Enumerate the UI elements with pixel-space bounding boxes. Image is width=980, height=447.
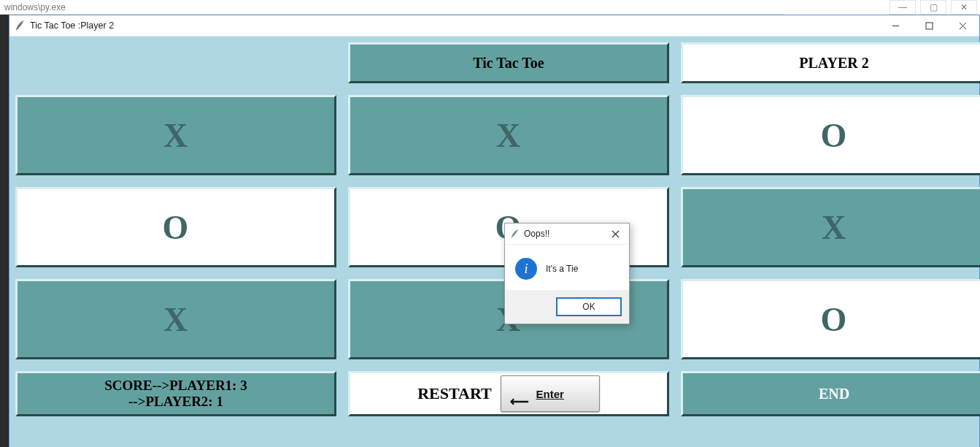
score-label: SCORE-->PLAYER1: 3 -->PLAYER2: 1 bbox=[15, 371, 336, 416]
bg-maximize-icon: ▢ bbox=[920, 0, 946, 15]
score-line-1: SCORE-->PLAYER1: 3 bbox=[104, 378, 247, 394]
ok-button-text: OK bbox=[582, 302, 595, 312]
score-line-2: -->PLAYER2: 1 bbox=[104, 394, 247, 410]
background-title-text: windows\py.exe bbox=[4, 2, 66, 12]
cell-0-2[interactable]: O bbox=[681, 95, 980, 175]
cell-mark: X bbox=[822, 208, 846, 247]
title-label-text: Tic Tac Toe bbox=[473, 55, 544, 72]
end-button[interactable]: END bbox=[681, 371, 980, 416]
cell-1-2[interactable]: X bbox=[681, 187, 980, 267]
background-window-controls: — ▢ ✕ bbox=[784, 0, 980, 15]
title-label: Tic Tac Toe bbox=[348, 42, 669, 83]
messagebox-close-button[interactable] bbox=[601, 224, 629, 244]
restart-label: RESTART bbox=[417, 384, 492, 403]
cell-mark: X bbox=[496, 116, 521, 155]
messagebox-text: It's a Tie bbox=[546, 264, 578, 274]
enter-arrow-icon: ⟵ bbox=[510, 395, 529, 408]
enter-button-text: Enter bbox=[536, 388, 564, 400]
main-window: Tic Tac Toe :Player 2 Tic Tac Toe bbox=[9, 15, 980, 447]
cell-0-1[interactable]: X bbox=[348, 95, 669, 175]
cell-mark: X bbox=[163, 300, 188, 339]
svg-rect-0 bbox=[926, 23, 933, 29]
client-area: Tic Tac Toe PLAYER 2 X X O O O X X X O bbox=[9, 37, 979, 447]
maximize-button[interactable] bbox=[912, 15, 946, 36]
editor-gutter bbox=[0, 15, 9, 447]
window-controls bbox=[879, 15, 979, 36]
bg-close-icon: ✕ bbox=[951, 0, 977, 15]
cell-mark: O bbox=[821, 300, 848, 339]
minimize-button[interactable] bbox=[879, 15, 912, 36]
cell-mark: O bbox=[163, 208, 190, 247]
cell-0-0[interactable]: X bbox=[15, 95, 336, 175]
current-player-text: PLAYER 2 bbox=[799, 55, 868, 72]
messagebox-ok-button[interactable]: OK bbox=[556, 297, 622, 316]
window-title: Tic Tac Toe :Player 2 bbox=[30, 20, 114, 31]
close-button[interactable] bbox=[946, 15, 979, 36]
end-button-text: END bbox=[819, 386, 849, 402]
cell-mark: X bbox=[163, 116, 188, 155]
messagebox-titlebar: Oops!! bbox=[505, 224, 629, 245]
titlebar: Tic Tac Toe :Player 2 bbox=[9, 15, 979, 37]
current-player-label: PLAYER 2 bbox=[681, 42, 980, 83]
tk-feather-icon bbox=[509, 229, 520, 239]
bg-minimize-icon: — bbox=[890, 0, 916, 15]
cell-mark: O bbox=[821, 116, 848, 155]
cell-2-0[interactable]: X bbox=[15, 279, 336, 359]
cell-2-2[interactable]: O bbox=[681, 279, 980, 359]
header-spacer bbox=[15, 42, 336, 83]
cell-1-0[interactable]: O bbox=[15, 187, 336, 267]
restart-panel: RESTART Enter ⟵ bbox=[348, 371, 669, 416]
messagebox: Oops!! i It's a Tie OK bbox=[504, 223, 630, 324]
tk-feather-icon bbox=[14, 20, 26, 31]
restart-button[interactable]: Enter ⟵ bbox=[501, 375, 600, 412]
info-icon: i bbox=[515, 258, 537, 280]
background-window-title: windows\py.exe bbox=[0, 0, 784, 15]
messagebox-title: Oops!! bbox=[524, 229, 549, 239]
close-icon bbox=[611, 230, 620, 238]
